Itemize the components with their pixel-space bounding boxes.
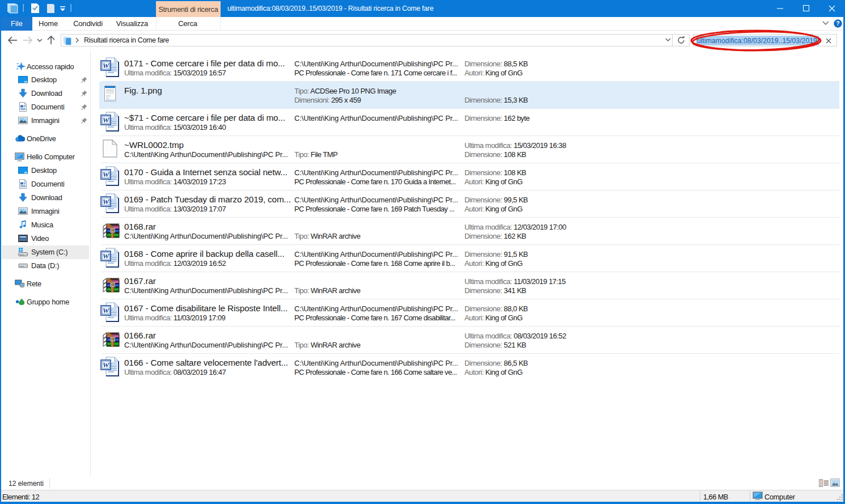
- svg-text:W: W: [103, 361, 110, 369]
- svg-text:W: W: [103, 306, 110, 315]
- svg-text:W: W: [103, 116, 110, 124]
- svg-text:W: W: [103, 252, 110, 260]
- svg-text:W: W: [103, 197, 110, 206]
- svg-text:W: W: [103, 61, 110, 70]
- svg-text:?: ?: [836, 20, 839, 27]
- svg-text:W: W: [103, 170, 110, 179]
